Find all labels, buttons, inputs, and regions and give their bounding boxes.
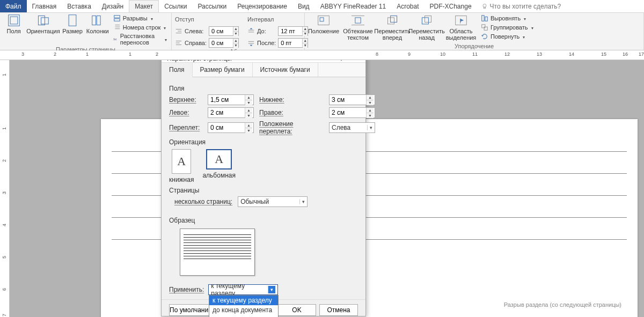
tab-abbyy[interactable]: ABBYY FineReader 11 <box>315 0 392 12</box>
svg-rect-34 <box>425 16 431 22</box>
top-margin-spin[interactable]: ▲▼ <box>208 94 254 105</box>
dialog-tabs: Поля Размер бумаги Источник бумаги <box>162 63 365 77</box>
spin-down[interactable]: ▼ <box>367 100 374 105</box>
apply-to-label: Применить: <box>169 286 204 293</box>
gutter-pos-select[interactable]: Слева▾ <box>329 122 375 133</box>
spin-down[interactable]: ▼ <box>245 100 252 105</box>
ok-button[interactable]: OK <box>277 304 316 316</box>
tab-mailings[interactable]: Рассылки <box>192 0 232 12</box>
apply-opt-whole-doc[interactable]: ко всему документу <box>209 315 278 317</box>
ruler-tick: 3 <box>2 191 7 194</box>
right-margin-input[interactable] <box>330 108 366 117</box>
spacing-before-spin[interactable]: ▲▼ <box>278 26 308 36</box>
tab-acrobat[interactable]: Acrobat <box>391 0 424 12</box>
document-area[interactable]: Разрыв раздела (со следующей страницы) П… <box>10 60 644 317</box>
hyphenation-icon: bc <box>113 35 118 43</box>
apply-to-select[interactable]: к текущему разделу▾ <box>208 284 278 295</box>
svg-marker-23 <box>250 28 252 30</box>
bring-forward-button[interactable]: Переместить вперед <box>377 14 408 41</box>
rotate-label: Повернуть <box>491 33 519 40</box>
tab-pdfxchange[interactable]: PDF-XChange <box>425 0 477 12</box>
dialog-tab-source[interactable]: Источник бумаги <box>253 63 318 77</box>
rotate-button[interactable]: Повернуть <box>480 32 535 41</box>
apply-opt-to-end[interactable]: до конца документа <box>209 305 278 315</box>
tab-references[interactable]: Ссылки <box>159 0 192 12</box>
spin-up[interactable]: ▲ <box>245 123 252 128</box>
spin-up[interactable]: ▲ <box>367 95 374 100</box>
breaks-icon <box>113 14 121 22</box>
columns-button[interactable]: Колонки <box>86 14 109 34</box>
vertical-ruler[interactable]: 1 1 2 3 4 5 6 7 <box>0 60 10 317</box>
tab-review[interactable]: Рецензирование <box>232 0 292 12</box>
hyphenation-button[interactable]: bc Расстановка переносов <box>112 32 168 46</box>
multi-pages-select[interactable]: Обычный▾ <box>238 196 308 207</box>
tab-file[interactable]: Файл <box>0 0 27 12</box>
breaks-button[interactable]: Разрывы <box>112 14 168 23</box>
spin-up[interactable]: ▲ <box>233 27 238 32</box>
horizontal-ruler[interactable]: 3 2 1 1 2 8 9 10 11 12 13 14 15 16 17 <box>0 50 644 60</box>
spin-down[interactable]: ▼ <box>245 128 252 133</box>
size-button[interactable]: Размер <box>62 14 83 34</box>
spin-up[interactable]: ▲ <box>233 39 238 43</box>
bottom-margin-input[interactable] <box>330 95 366 105</box>
gutter-input[interactable] <box>208 123 245 132</box>
spin-up[interactable]: ▲ <box>367 108 374 113</box>
tab-insert[interactable]: Вставка <box>62 0 97 12</box>
indent-right-input[interactable] <box>209 39 233 47</box>
line-numbers-button[interactable]: Номера строк <box>112 23 168 32</box>
orientation-portrait[interactable]: A книжная <box>169 149 194 183</box>
svg-rect-40 <box>482 25 485 28</box>
apply-opt-current-section[interactable]: к текущему разделу <box>209 296 278 305</box>
orientation-button[interactable]: Ориентация <box>27 14 58 34</box>
lightbulb-icon <box>481 3 488 10</box>
svg-point-0 <box>483 4 486 7</box>
right-margin-spin[interactable]: ▲▼ <box>329 107 375 118</box>
gutter-spin[interactable]: ▲▼ <box>208 122 254 133</box>
group-objects-button[interactable]: Группировать <box>480 23 535 32</box>
preview-box <box>180 228 255 276</box>
bottom-margin-spin[interactable]: ▲▼ <box>329 94 375 105</box>
rotate-icon <box>481 33 488 40</box>
dialog-tab-fields[interactable]: Поля <box>162 63 193 77</box>
top-margin-input[interactable] <box>208 95 245 105</box>
spin-down[interactable]: ▼ <box>233 32 238 36</box>
spin-down[interactable]: ▼ <box>233 43 238 48</box>
spacing-after-spin[interactable]: ▲▼ <box>278 38 308 48</box>
wrap-text-button[interactable]: Обтекание текстом <box>342 14 374 41</box>
position-label: Положение <box>308 28 339 34</box>
indent-right-spin[interactable]: ▲▼ <box>209 38 239 48</box>
indent-right-label: Справа: <box>185 40 207 46</box>
tab-design[interactable]: Дизайн <box>97 0 129 12</box>
align-button[interactable]: Выровнять <box>480 14 535 23</box>
tab-layout[interactable]: Макет <box>129 0 159 12</box>
spacing-after-input[interactable] <box>279 39 302 47</box>
spin-up[interactable]: ▲ <box>245 95 252 100</box>
chevron-down-icon: ▾ <box>299 199 305 204</box>
help-button[interactable]: ? <box>334 60 348 62</box>
spacing-after-label: После: <box>257 40 276 46</box>
left-margin-input[interactable] <box>208 108 245 117</box>
send-backward-button[interactable]: Переместить назад <box>411 14 442 41</box>
selection-pane-button[interactable]: Область выделения <box>445 14 477 41</box>
left-margin-spin[interactable]: ▲▼ <box>208 107 254 118</box>
position-button[interactable]: Положение <box>308 14 339 34</box>
spin-down[interactable]: ▼ <box>367 113 374 118</box>
ruler-tick: 17 <box>639 51 644 57</box>
close-button[interactable]: ✕ <box>348 60 362 62</box>
margins-button[interactable]: Поля <box>3 14 24 34</box>
cancel-button[interactable]: Отмена <box>319 304 358 316</box>
spacing-before-input[interactable] <box>279 27 302 35</box>
svg-rect-6 <box>69 15 76 26</box>
spin-up[interactable]: ▲ <box>245 108 252 113</box>
tell-me-box[interactable]: Что вы хотите сделать? <box>481 0 561 12</box>
svg-rect-41 <box>484 27 487 30</box>
indent-left-spin[interactable]: ▲▼ <box>209 26 239 36</box>
orientation-landscape[interactable]: A альбомная <box>202 149 236 183</box>
spin-down[interactable]: ▼ <box>245 113 252 118</box>
dialog-tab-paper[interactable]: Размер бумаги <box>193 63 253 77</box>
indent-left-input[interactable] <box>209 27 233 35</box>
tab-view[interactable]: Вид <box>292 0 315 12</box>
menu-bar: Файл Главная Вставка Дизайн Макет Ссылки… <box>0 0 644 13</box>
indent-right-icon <box>175 39 182 47</box>
tab-home[interactable]: Главная <box>27 0 62 12</box>
